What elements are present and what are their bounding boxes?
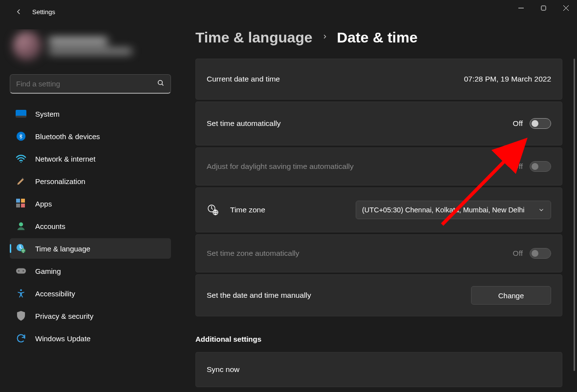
sidebar-item-privacy[interactable]: Privacy & security: [10, 306, 171, 326]
scrollbar[interactable]: [574, 59, 575, 371]
minimize-icon: [518, 5, 524, 11]
svg-point-5: [21, 162, 21, 163]
paintbrush-icon: [16, 176, 26, 186]
breadcrumb-current: Date & time: [337, 29, 418, 46]
sidebar-item-label: Apps: [35, 200, 52, 208]
sidebar-item-network[interactable]: Network & internet: [10, 148, 171, 169]
sidebar-item-label: Gaming: [35, 267, 61, 275]
sidebar-item-bluetooth[interactable]: Bluetooth & devices: [10, 126, 171, 146]
avatar: [13, 31, 42, 61]
set-tz-auto-toggle: [530, 248, 551, 259]
sidebar-item-label: Bluetooth & devices: [35, 132, 100, 141]
close-icon: [563, 5, 569, 11]
sidebar-item-label: System: [35, 110, 60, 118]
sidebar-item-label: Personalization: [35, 177, 85, 186]
svg-point-15: [22, 270, 23, 271]
search-box[interactable]: [10, 74, 171, 94]
current-datetime-value: 07:28 PM, 19 March 2022: [464, 75, 551, 83]
svg-rect-6: [16, 199, 20, 203]
sidebar-item-personalization[interactable]: Personalization: [10, 171, 171, 191]
set-tz-auto-state: Off: [513, 249, 523, 258]
maximize-button[interactable]: [532, 0, 555, 16]
account-area[interactable]: [10, 29, 171, 67]
card-current-datetime: Current date and time 07:28 PM, 19 March…: [195, 59, 562, 100]
svg-rect-7: [21, 199, 25, 203]
search-input[interactable]: [16, 80, 157, 88]
set-tz-auto-label: Set time zone automatically: [207, 249, 299, 258]
close-button[interactable]: [555, 0, 577, 16]
back-button[interactable]: [9, 2, 28, 21]
timezone-value: (UTC+05:30) Chennai, Kolkata, Mumbai, Ne…: [362, 206, 533, 214]
globe-clock-icon: [207, 204, 219, 216]
set-time-auto-toggle[interactable]: [530, 118, 551, 129]
manual-datetime-label: Set the date and time manually: [207, 291, 311, 300]
svg-point-14: [18, 270, 19, 271]
window-controls: [510, 0, 577, 16]
breadcrumb: Time & language Date & time: [195, 29, 562, 46]
sidebar-item-label: Accounts: [35, 222, 65, 230]
gamepad-icon: [16, 266, 26, 276]
card-set-tz-auto: Set time zone automatically Off: [195, 234, 562, 272]
maximize-icon: [541, 5, 546, 11]
svg-rect-8: [16, 204, 20, 207]
sidebar-item-label: Accessibility: [35, 289, 75, 298]
svg-point-1: [158, 80, 163, 84]
apps-icon: [16, 198, 26, 209]
dst-auto-label: Adjust for daylight saving time automati…: [207, 162, 354, 171]
search-icon: [157, 79, 165, 89]
set-time-auto-label: Set time automatically: [207, 119, 281, 128]
sidebar-item-apps[interactable]: Apps: [10, 193, 171, 214]
sidebar-item-time-language[interactable]: Time & language: [10, 238, 171, 259]
set-time-auto-state: Off: [513, 119, 523, 128]
sidebar-item-label: Network & internet: [35, 155, 95, 163]
card-set-time-auto: Set time automatically Off: [195, 102, 562, 145]
card-dst-auto: Adjust for daylight saving time automati…: [195, 147, 562, 186]
svg-point-16: [20, 289, 22, 291]
dst-auto-state: Off: [513, 162, 523, 171]
clock-globe-icon: [16, 243, 26, 254]
svg-rect-2: [16, 110, 26, 117]
sidebar-item-gaming[interactable]: Gaming: [10, 261, 171, 281]
svg-point-10: [19, 223, 23, 227]
card-sync-now: Sync now: [195, 352, 562, 387]
current-datetime-label: Current date and time: [207, 75, 280, 83]
chevron-down-icon: [538, 206, 545, 213]
sidebar-item-label: Time & language: [35, 245, 90, 253]
card-manual-datetime: Set the date and time manually Change: [195, 274, 562, 316]
shield-icon: [16, 310, 26, 321]
chevron-right-icon: [321, 33, 328, 42]
sidebar-item-label: Windows Update: [35, 334, 90, 343]
sidebar-item-accounts[interactable]: Accounts: [10, 216, 171, 236]
svg-rect-3: [16, 116, 26, 118]
sidebar-item-system[interactable]: System: [10, 103, 171, 124]
arrow-left-icon: [14, 7, 23, 16]
update-icon: [16, 333, 26, 344]
change-button[interactable]: Change: [471, 286, 551, 305]
additional-settings-heading: Additional settings: [195, 335, 562, 343]
wifi-icon: [16, 153, 26, 164]
dst-auto-toggle: [530, 161, 551, 172]
svg-rect-0: [541, 6, 546, 10]
accessibility-icon: [16, 288, 26, 299]
card-timezone: Time zone (UTC+05:30) Chennai, Kolkata, …: [195, 187, 562, 232]
bluetooth-icon: [16, 131, 26, 142]
sidebar-item-label: Privacy & security: [35, 312, 93, 320]
timezone-label: Time zone: [230, 206, 265, 214]
sync-now-label: Sync now: [207, 365, 239, 374]
minimize-button[interactable]: [510, 0, 532, 16]
breadcrumb-parent[interactable]: Time & language: [195, 29, 313, 46]
system-icon: [16, 108, 26, 119]
svg-rect-9: [21, 204, 25, 207]
svg-rect-13: [16, 268, 26, 274]
sidebar-item-windows-update[interactable]: Windows Update: [10, 328, 171, 349]
person-icon: [16, 221, 26, 231]
timezone-select[interactable]: (UTC+05:30) Chennai, Kolkata, Mumbai, Ne…: [356, 201, 551, 219]
app-title: Settings: [32, 8, 55, 16]
sidebar-item-accessibility[interactable]: Accessibility: [10, 283, 171, 304]
